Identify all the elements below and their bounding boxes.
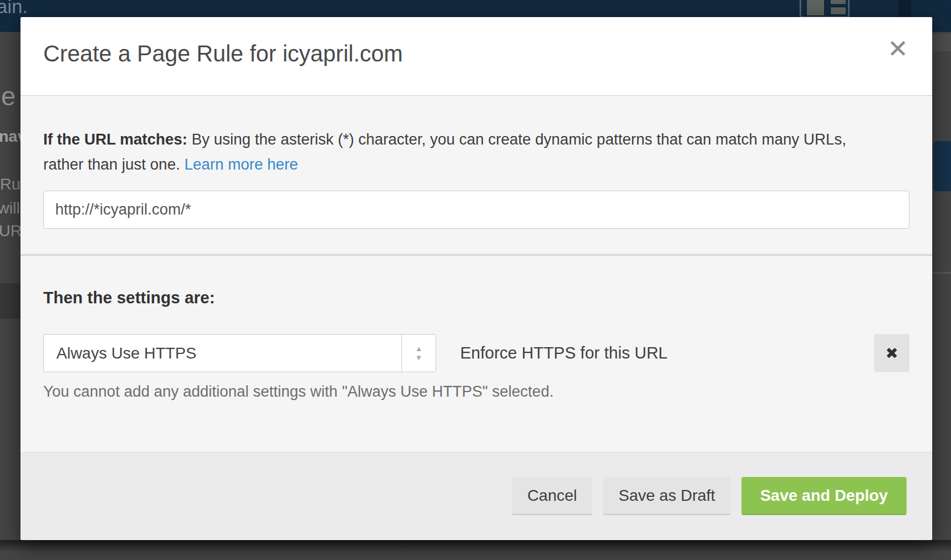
partial-toolbar-icon: [899, 0, 911, 18]
background-table-header-fragment: [0, 283, 21, 319]
modal-footer: Cancel Save as Draft Save and Deploy: [21, 452, 932, 540]
chevron-down-icon: ▼: [415, 354, 423, 361]
modal-header: Create a Page Rule for icyapril.com ✕: [21, 17, 932, 96]
setting-description-label: Enforce HTTPS for this URL: [460, 344, 667, 363]
cancel-button[interactable]: Cancel: [512, 477, 592, 515]
setting-select[interactable]: Always Use HTTPS ▲ ▼: [43, 334, 436, 372]
setting-row: Always Use HTTPS ▲ ▼ Enforce HTTPS for t…: [43, 334, 909, 372]
remove-setting-button[interactable]: ✖: [874, 334, 909, 372]
save-as-draft-button[interactable]: Save as Draft: [603, 477, 731, 515]
setting-select-value: Always Use HTTPS: [44, 344, 401, 363]
topbar-text-fragment: ain.: [0, 0, 28, 18]
url-match-label: If the URL matches:: [43, 131, 187, 148]
learn-more-link[interactable]: Learn more here: [185, 156, 298, 173]
chevron-up-icon: ▲: [415, 345, 423, 352]
url-pattern-input[interactable]: [43, 191, 909, 229]
page-background: ain. e nav Ru will UR Create a Page Rule…: [0, 0, 951, 560]
settings-note: You cannot add any additional settings w…: [43, 381, 909, 402]
section-divider: [21, 254, 932, 256]
save-and-deploy-button[interactable]: Save and Deploy: [741, 477, 907, 515]
background-blue-button-fragment: [933, 141, 951, 191]
modal-drop-shadow: [0, 540, 951, 560]
background-text-fragment: UR: [0, 222, 21, 240]
remove-x-icon: ✖: [886, 344, 899, 363]
settings-heading: Then the settings are:: [43, 288, 909, 307]
background-text-fragment: will: [0, 199, 20, 217]
url-match-description: If the URL matches: By using the asteris…: [43, 127, 880, 177]
layout-icon: [800, 0, 850, 18]
background-text-fragment: Ru: [0, 175, 21, 193]
modal-body: If the URL matches: By using the asteris…: [21, 127, 932, 402]
background-text-fragment: nav: [0, 127, 21, 146]
select-stepper-icon[interactable]: ▲ ▼: [401, 335, 436, 372]
background-right-fragments: [932, 32, 951, 560]
close-icon[interactable]: ✕: [887, 36, 908, 61]
modal-title: Create a Page Rule for icyapril.com: [43, 41, 403, 67]
page-rule-modal: Create a Page Rule for icyapril.com ✕ If…: [21, 17, 932, 540]
background-left-fragments: e nav Ru will UR: [0, 32, 21, 560]
background-text-fragment: e: [1, 81, 16, 112]
